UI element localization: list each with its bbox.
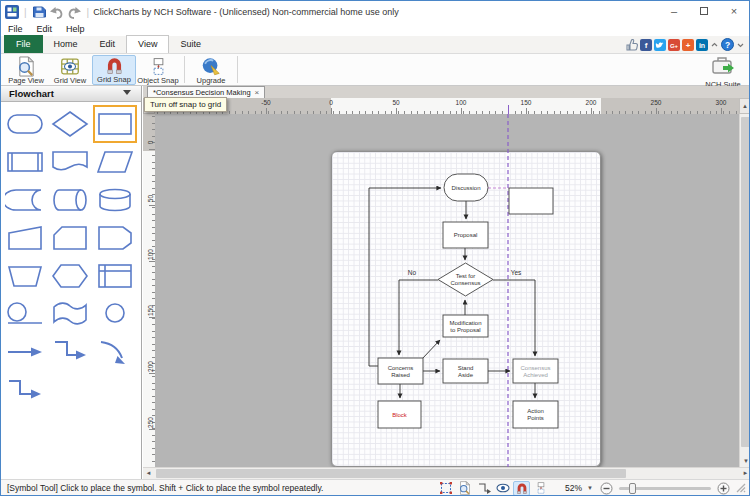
status-object-snap-small-icon[interactable] <box>532 481 549 496</box>
toolbar-page-view-button[interactable]: Page View <box>4 55 48 85</box>
palette-shape-data[interactable] <box>93 143 137 181</box>
guide-marker <box>508 105 509 114</box>
facebook-icon[interactable]: f <box>640 39 652 51</box>
close-button[interactable]: × <box>719 1 749 23</box>
vertical-scrollbar-thumb[interactable] <box>741 117 750 447</box>
shape-palette <box>1 102 141 409</box>
palette-shape-display[interactable] <box>48 295 92 333</box>
node-label: ConcernsRaised <box>388 365 414 378</box>
vscroll-up-arrow[interactable]: ▲ <box>739 98 750 114</box>
vertical-scrollbar[interactable]: ▼ <box>739 114 750 467</box>
status-zoom-page-icon[interactable] <box>456 481 473 496</box>
palette-shape-preparation[interactable] <box>48 257 92 295</box>
palette-shape-process[interactable] <box>93 105 137 143</box>
separator: | <box>24 7 27 18</box>
horizontal-scrollbar[interactable]: ◄ ► <box>143 467 750 479</box>
nch-suite-button[interactable]: NCH Suite <box>700 55 746 85</box>
vertical-ruler: 0 50 100 150 200 250 <box>143 114 155 467</box>
minimize-button[interactable]: – <box>659 1 689 23</box>
ribbon-tab-view[interactable]: View <box>126 35 169 53</box>
flow-node-proposal[interactable]: Proposal <box>443 222 488 248</box>
collapse-caret-icon[interactable] <box>710 40 719 50</box>
horizontal-scrollbar-thumb[interactable] <box>156 469 626 478</box>
palette-shape-terminator[interactable] <box>3 105 47 143</box>
flow-connector[interactable] <box>493 280 535 356</box>
flow-node-stand-aside[interactable]: StandAside <box>443 359 488 383</box>
object-snap-icon <box>148 56 169 76</box>
vruler-label: 200 <box>147 361 154 373</box>
statusbar: [Symbol Tool] Click to place the symbol.… <box>1 479 749 496</box>
palette-shape-elbow-arrow[interactable] <box>48 333 92 371</box>
vruler-label: 100 <box>147 249 154 261</box>
palette-shape-loop-limit[interactable] <box>3 295 47 333</box>
save-icon[interactable] <box>32 5 46 19</box>
zoom-level[interactable]: 52% <box>565 483 582 493</box>
flow-node-modification-to-proposal[interactable]: Modificationto Proposal <box>443 315 488 337</box>
chevron-down-icon <box>123 90 131 95</box>
palette-shape-connector[interactable] <box>93 295 137 333</box>
linkedin-icon[interactable]: in <box>696 39 708 51</box>
undo-icon[interactable] <box>49 6 64 19</box>
maximize-button[interactable] <box>689 1 719 23</box>
flow-node-discussion[interactable]: Discussion <box>444 174 488 201</box>
toolbar-grid-snap-button[interactable]: Grid Snap <box>92 55 136 85</box>
horizontal-ruler: -50 0 50 100 150 200 250 300 <box>155 98 739 114</box>
google-plus-icon[interactable]: G+ <box>668 39 680 51</box>
palette-shape-decision[interactable] <box>48 105 92 143</box>
hruler-label: 200 <box>586 99 597 106</box>
status-marquee-select-icon[interactable] <box>437 481 454 496</box>
close-tab-icon[interactable]: × <box>255 87 260 98</box>
separator <box>184 56 185 83</box>
palette-shape-database[interactable] <box>93 181 137 219</box>
flow-node-new-symbol[interactable] <box>509 188 553 214</box>
flow-connector[interactable] <box>422 340 440 359</box>
redo-icon[interactable] <box>67 6 82 19</box>
ribbon-tab-edit[interactable]: Edit <box>89 35 127 53</box>
status-grid-snap-small-icon[interactable] <box>513 481 530 496</box>
zoom-in-button[interactable] <box>717 482 730 495</box>
twitter-icon[interactable] <box>654 39 666 51</box>
flow-node-test-for-consensus[interactable]: Test forConsensus <box>438 263 493 296</box>
flow-node-consensus-achieved[interactable]: ConsensusAchieved <box>513 359 558 383</box>
status-visibility-icon[interactable] <box>494 481 511 496</box>
palette-shape-manual-input[interactable] <box>3 257 47 295</box>
flow-connector[interactable] <box>369 188 441 366</box>
flow-node-concerns-raised[interactable]: ConcernsRaised <box>378 358 423 384</box>
toolbar-object-snap-button[interactable]: Object Snap <box>136 55 180 85</box>
palette-shape-stored-data[interactable] <box>3 181 47 219</box>
thumbs-up-icon[interactable] <box>626 39 638 51</box>
toolbar-grid-view-button[interactable]: Grid View <box>48 55 92 85</box>
flow-connector[interactable] <box>399 280 438 355</box>
ribbon-tab-home[interactable]: Home <box>43 35 89 53</box>
palette-shape-card[interactable] <box>48 219 92 257</box>
palette-shape-arrow[interactable] <box>3 333 47 371</box>
ribbon-tabs: FileHomeEditViewSuite fG++in? <box>1 36 749 54</box>
zoom-out-button[interactable] <box>600 482 613 495</box>
expand-caret-icon[interactable] <box>736 40 745 50</box>
vscroll-down-arrow[interactable]: ▼ <box>740 456 750 467</box>
zoom-dropdown-icon[interactable]: ▼ <box>587 485 593 491</box>
status-connector-tool-icon[interactable] <box>475 481 492 496</box>
palette-shape-document[interactable] <box>48 143 92 181</box>
zoom-slider-thumb[interactable] <box>629 483 636 494</box>
zoom-slider[interactable] <box>619 487 711 490</box>
resize-grip-icon[interactable] <box>736 483 746 493</box>
svg-text:G+: G+ <box>670 43 679 49</box>
palette-category-dropdown[interactable]: Flowchart <box>1 86 141 102</box>
share-icon[interactable]: + <box>682 39 694 51</box>
palette-shape-predefined-process[interactable] <box>3 143 47 181</box>
palette-shape-elbow-arrow-2[interactable] <box>3 371 47 409</box>
palette-shape-manual-operation[interactable] <box>3 219 47 257</box>
flow-node-action-points[interactable]: ActionPoints <box>513 401 558 428</box>
palette-shape-curved-arrow[interactable] <box>93 333 137 371</box>
ribbon-tab-file[interactable]: File <box>4 35 43 53</box>
app-logo-icon <box>5 5 19 19</box>
palette-shape-internal-storage[interactable] <box>93 257 137 295</box>
ribbon-tab-suite[interactable]: Suite <box>169 35 212 53</box>
palette-shape-direct-access-storage[interactable] <box>48 181 92 219</box>
drawing-canvas[interactable]: DiscussionProposalTest forConsensusModif… <box>155 114 739 467</box>
help-icon[interactable]: ? <box>721 38 734 51</box>
flow-node-block[interactable]: Block <box>378 401 421 428</box>
palette-shape-delay[interactable] <box>93 219 137 257</box>
toolbar-upgrade-button[interactable]: Upgrade <box>189 55 233 85</box>
